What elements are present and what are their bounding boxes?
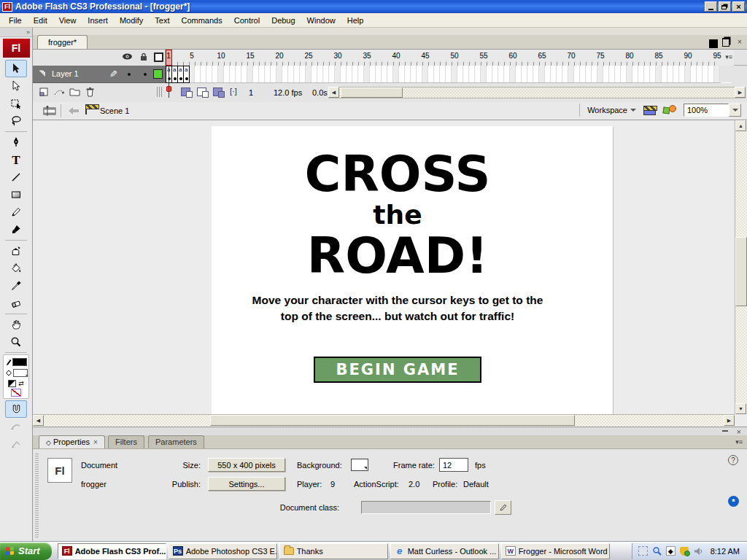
show-hide-layers-icon[interactable]: [122, 52, 133, 62]
tray-app-icon[interactable]: [638, 546, 648, 556]
insert-layer-folder-icon[interactable]: [69, 87, 80, 98]
layer-color-swatch[interactable]: [153, 69, 163, 79]
stage-hscroll-thumb[interactable]: [210, 415, 575, 426]
tray-flash-player-icon[interactable]: ◆: [666, 546, 676, 556]
timeline-grip[interactable]: [157, 87, 163, 97]
no-color-icon[interactable]: [11, 389, 21, 397]
swap-colors-icon[interactable]: ⇄: [18, 380, 24, 387]
onion-skin-outlines-icon[interactable]: [197, 88, 206, 96]
modify-onion-markers-icon[interactable]: [·]: [230, 87, 239, 96]
tab-properties-close-icon[interactable]: ×: [93, 438, 98, 446]
stage-vscrollbar[interactable]: ▲ ▼: [735, 120, 747, 414]
frame-rate-input[interactable]: [439, 458, 468, 472]
doc-restore-icon[interactable]: [722, 37, 731, 46]
minimize-button[interactable]: [705, 1, 717, 12]
selection-tool[interactable]: [5, 60, 27, 77]
pen-tool[interactable]: [5, 133, 27, 151]
menu-debug[interactable]: Debug: [266, 15, 301, 26]
eyedropper-tool[interactable]: [5, 277, 27, 295]
stroke-color-control[interactable]: [4, 357, 28, 368]
lasso-tool[interactable]: [5, 112, 27, 130]
tray-volume-icon[interactable]: [694, 546, 703, 556]
doc-minimize-icon[interactable]: [709, 37, 718, 46]
edit-symbols-icon[interactable]: [663, 105, 676, 115]
taskbar-item-flash[interactable]: Fl Adobe Flash CS3 Prof...: [58, 543, 166, 559]
taskbar-item-thanks[interactable]: Thanks: [279, 543, 388, 559]
delete-layer-icon[interactable]: [85, 87, 95, 98]
rectangle-tool[interactable]: [5, 186, 27, 203]
timeline-ruler[interactable]: 15101520253035404550556065707580859095 ▾…: [166, 50, 734, 66]
free-transform-tool[interactable]: [5, 95, 27, 112]
tray-search-icon[interactable]: [652, 546, 662, 556]
menu-insert[interactable]: Insert: [82, 15, 114, 26]
menu-commands[interactable]: Commands: [175, 15, 228, 26]
layer-name[interactable]: Layer 1: [52, 69, 79, 78]
edit-class-button[interactable]: [495, 500, 511, 515]
frame-rate-indicator[interactable]: 12.0 fps: [274, 88, 302, 97]
publish-settings-button[interactable]: Settings...: [208, 477, 285, 491]
fill-color-swatch[interactable]: [13, 369, 28, 377]
layer-row[interactable]: Layer 1 ✎: [33, 66, 166, 83]
playhead-line[interactable]: [169, 65, 169, 96]
paint-bucket-tool[interactable]: [5, 260, 27, 277]
timeline-scroll-left-icon[interactable]: ◀: [328, 87, 339, 98]
timeline-hscrollbar[interactable]: [328, 87, 746, 98]
menu-control[interactable]: Control: [228, 15, 266, 26]
panel-grip[interactable]: [35, 454, 39, 537]
tab-properties[interactable]: ◇Properties×: [39, 435, 105, 448]
taskbar-item-outlook[interactable]: e Matt Curless - Outlook ...: [390, 543, 499, 559]
tools-collapse-icon[interactable]: »: [0, 28, 32, 37]
stage-scroll-down-icon[interactable]: ▼: [735, 403, 746, 414]
help-icon[interactable]: ?: [728, 455, 738, 465]
frames-grid[interactable]: aaaa: [166, 66, 720, 83]
timeline-toggle-icon[interactable]: [42, 105, 58, 118]
timeline-menu-icon[interactable]: ▾≡: [725, 53, 732, 61]
workspace-button[interactable]: Workspace: [587, 106, 636, 114]
insert-layer-icon[interactable]: [39, 87, 49, 98]
stroke-color-swatch[interactable]: [12, 358, 27, 366]
panel-menu-icon[interactable]: ▾≡: [735, 438, 743, 446]
menu-view[interactable]: View: [53, 15, 82, 26]
add-motion-guide-icon[interactable]: [53, 87, 65, 98]
zoom-combobox[interactable]: 100%: [684, 104, 741, 117]
taskbar-item-photoshop[interactable]: Ps Adobe Photoshop CS3 E...: [169, 543, 277, 559]
fill-color-control[interactable]: [4, 368, 28, 378]
zoom-value[interactable]: 100%: [684, 104, 729, 117]
pencil-tool[interactable]: [5, 203, 27, 221]
edit-multiple-frames-icon[interactable]: [213, 88, 222, 96]
timeline-hscroll-thumb[interactable]: [341, 88, 403, 98]
size-button[interactable]: 550 x 400 pixels: [208, 458, 285, 472]
document-tab-frogger[interactable]: frogger*: [37, 35, 88, 49]
zoom-tool[interactable]: [5, 333, 27, 351]
stage-vscroll-thumb[interactable]: [735, 237, 747, 306]
background-color-swatch[interactable]: [351, 459, 368, 471]
tray-security-shield-icon[interactable]: [680, 546, 689, 556]
accessibility-icon[interactable]: *: [728, 496, 739, 507]
onion-skin-icon[interactable]: [181, 88, 190, 96]
layer-lock-dot[interactable]: [144, 73, 147, 76]
menu-modify[interactable]: Modify: [114, 15, 149, 26]
line-tool[interactable]: [5, 168, 27, 186]
subselection-tool[interactable]: [5, 77, 27, 95]
start-button[interactable]: Start: [0, 542, 52, 560]
document-class-input[interactable]: [361, 501, 491, 514]
zoom-dropdown-icon[interactable]: [729, 104, 741, 117]
edit-scene-icon[interactable]: [643, 106, 656, 115]
snap-to-objects-toggle[interactable]: [5, 400, 27, 418]
scene-name[interactable]: Scene 1: [100, 106, 129, 115]
restore-button[interactable]: [719, 1, 731, 12]
layer-visibility-dot[interactable]: [128, 73, 131, 76]
lock-layers-icon[interactable]: [139, 52, 148, 63]
timeline-scroll-right-icon[interactable]: ▶: [735, 87, 746, 98]
hand-tool[interactable]: [5, 316, 27, 333]
stage-scroll-left-icon[interactable]: ◀: [33, 415, 44, 426]
tab-filters[interactable]: Filters: [108, 435, 144, 448]
menu-file[interactable]: File: [3, 15, 28, 26]
taskbar-item-word[interactable]: W Frogger - Microsoft Word: [501, 543, 610, 559]
stage-canvas[interactable]: CROSS the ROAD! Move your character with…: [212, 126, 613, 418]
stage-scroll-right-icon[interactable]: ▶: [724, 415, 735, 426]
begin-game-button[interactable]: BEGIN GAME: [314, 357, 481, 383]
eraser-tool[interactable]: [5, 295, 27, 312]
doc-close-icon[interactable]: ×: [735, 37, 744, 46]
ink-bottle-tool[interactable]: [5, 242, 27, 260]
